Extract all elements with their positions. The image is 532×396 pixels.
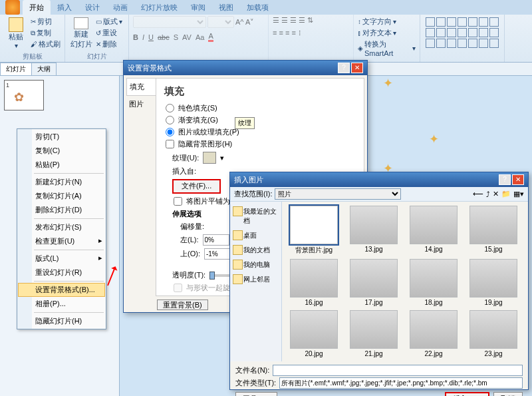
file-item[interactable]: 16.jpg xyxy=(286,259,342,306)
place-item[interactable]: 我的文档 xyxy=(231,243,280,258)
ipd-titlebar[interactable]: 插入图片 ?✕ xyxy=(230,172,528,187)
help-icon[interactable]: ? xyxy=(338,63,350,73)
opt-solid[interactable]: 纯色填充(S) xyxy=(164,103,356,113)
opt-gradient[interactable]: 渐变填充(G) xyxy=(164,115,356,125)
shapes-gallery[interactable] xyxy=(424,16,500,49)
place-item[interactable]: 桌面 xyxy=(231,228,280,243)
ctx-item[interactable]: 复制幻灯片(A) xyxy=(18,189,105,203)
file-item[interactable]: 15.jpg xyxy=(466,206,521,255)
tab-home[interactable]: 开始 xyxy=(23,0,51,15)
group-clipboard-label: 剪贴板 xyxy=(0,52,65,61)
up-icon[interactable]: ⤴ xyxy=(486,190,490,198)
new-slide-label: 新建 幻灯片 xyxy=(70,29,92,49)
insert-button[interactable]: 插入(S) ▾ xyxy=(445,392,489,396)
group-slides-label: 幻灯片 xyxy=(65,52,128,61)
file-item[interactable]: 19.jpg xyxy=(466,259,521,306)
file-button[interactable]: 文件(F)... xyxy=(172,179,221,194)
close-icon[interactable]: ✕ xyxy=(512,174,524,185)
ctx-item[interactable]: 设置背景格式(B)... xyxy=(18,283,105,297)
tab-anim[interactable]: 动画 xyxy=(106,0,134,15)
left-input[interactable] xyxy=(203,234,229,246)
ctx-item[interactable]: 隐藏幻灯片(H) xyxy=(18,314,105,328)
ctx-item[interactable]: 复制(C) xyxy=(18,144,105,158)
panel-heading: 填充 xyxy=(164,85,356,98)
ctx-item[interactable]: 重设幻灯片(R) xyxy=(18,266,105,280)
file-item[interactable]: 21.jpg xyxy=(346,310,402,357)
align-text-button[interactable]: ⫿ 对齐文本▾ xyxy=(358,27,416,39)
top-input[interactable] xyxy=(204,248,231,260)
ribbon-tabs: 开始 插入 设计 动画 幻灯片放映 审阅 视图 加载项 xyxy=(0,0,532,15)
filename-input[interactable] xyxy=(273,365,523,376)
close-icon[interactable]: ✕ xyxy=(351,63,363,73)
ctx-item[interactable]: 剪切(T) xyxy=(18,130,105,144)
lookin-label: 查找范围(I): xyxy=(234,189,272,199)
help-icon[interactable]: ? xyxy=(499,174,511,185)
slide-thumb-1[interactable]: 1 xyxy=(4,80,44,110)
file-item[interactable]: 14.jpg xyxy=(406,206,462,255)
reset-bg-button[interactable]: 重置背景(B) xyxy=(157,299,208,310)
ctx-item[interactable]: 发布幻灯片(S) xyxy=(18,220,105,234)
ribbon-body: 粘贴▾ ✂剪切 ⧉复制 🖌格式刷 剪贴板 新建 幻灯片 ▭ 版式▾ ↺ 重设 ✕… xyxy=(0,15,532,63)
bgf-titlebar[interactable]: 设置背景格式 ?✕ xyxy=(124,61,367,75)
place-item[interactable]: 我的电脑 xyxy=(231,258,280,272)
tab-slideshow[interactable]: 幻灯片放映 xyxy=(134,0,184,15)
new-slide-button[interactable]: 新建 幻灯片 xyxy=(69,17,93,49)
file-item[interactable]: 22.jpg xyxy=(406,310,462,357)
file-item[interactable]: 20.jpg xyxy=(286,310,342,357)
tab-review[interactable]: 审阅 xyxy=(184,0,212,15)
bgf-tab-picture[interactable]: 图片 xyxy=(126,96,156,112)
tab-view[interactable]: 视图 xyxy=(212,0,240,15)
smartart-button[interactable]: ◈ 转换为 SmartArt▾ xyxy=(358,39,416,58)
tab-addins[interactable]: 加载项 xyxy=(240,0,275,15)
file-item[interactable]: 17.jpg xyxy=(346,259,402,306)
reset-button[interactable]: ↺ 重设 xyxy=(96,27,122,39)
ctx-item[interactable]: 粘贴(P) xyxy=(18,158,105,172)
sidetab-outline[interactable]: 大纲 xyxy=(31,63,57,75)
ctx-item[interactable]: 相册(P)... xyxy=(18,297,105,311)
place-item[interactable]: 网上邻居 xyxy=(231,272,280,287)
back-icon[interactable]: ⟵ xyxy=(473,190,483,198)
font-select[interactable] xyxy=(133,16,206,28)
tab-design[interactable]: 设计 xyxy=(78,0,106,15)
file-item[interactable]: 13.jpg xyxy=(346,206,402,255)
file-item[interactable]: 18.jpg xyxy=(406,259,462,306)
top-label: 上(O): xyxy=(180,249,200,259)
tab-insert[interactable]: 插入 xyxy=(51,0,78,15)
bgf-tab-fill[interactable]: 填充 xyxy=(126,78,156,96)
opt-hide-bg[interactable]: 隐藏背景图形(H) xyxy=(164,139,356,149)
transparency-label: 透明度(T): xyxy=(172,270,205,280)
newfolder-icon[interactable]: 📁 xyxy=(501,190,511,198)
filetype-select[interactable] xyxy=(279,377,523,389)
size-select[interactable] xyxy=(207,16,234,28)
delete-icon[interactable]: ✕ xyxy=(493,190,499,198)
ctx-item[interactable]: 删除幻灯片(D) xyxy=(18,203,105,217)
lookin-select[interactable]: 照片 xyxy=(275,188,401,200)
file-item[interactable]: 背景图片.jpg xyxy=(286,206,342,255)
context-menu: 剪切(T)复制(C)粘贴(P)新建幻灯片(N)复制幻灯片(A)删除幻灯片(D)发… xyxy=(17,128,106,329)
text-direction-button[interactable]: ↕ 文字方向▾ xyxy=(358,16,416,27)
cut-button[interactable]: ✂剪切 xyxy=(31,16,61,27)
tools-button[interactable]: 工具(L) ▾ xyxy=(235,392,277,396)
bgf-title: 设置背景格式 xyxy=(128,63,172,73)
paste-button[interactable]: 粘贴▾ xyxy=(4,17,28,49)
layout-button[interactable]: ▭ 版式▾ xyxy=(96,16,122,27)
place-item[interactable]: 我最近的文档 xyxy=(231,204,280,228)
filetype-label: 文件类型(T): xyxy=(235,378,276,388)
view-icon[interactable]: ▦▾ xyxy=(513,190,524,198)
format-painter-button[interactable]: 🖌格式刷 xyxy=(31,39,61,50)
slide-icon xyxy=(74,17,88,29)
ctx-item[interactable]: 检查更新(U)▸ xyxy=(18,234,105,248)
ctx-item[interactable]: 版式(L)▸ xyxy=(18,252,105,266)
sidetab-slides[interactable]: 幻灯片 xyxy=(0,63,32,75)
delete-button[interactable]: ✕ 删除 xyxy=(96,39,122,50)
file-item[interactable]: 23.jpg xyxy=(466,310,521,357)
ipd-title: 插入图片 xyxy=(234,175,263,185)
copy-button[interactable]: ⧉复制 xyxy=(31,27,61,39)
tooltip-texture: 纹理 xyxy=(235,117,255,129)
office-button[interactable] xyxy=(5,0,20,15)
stretch-header: 伸展选项 xyxy=(172,209,201,219)
cancel-button[interactable]: 取消 xyxy=(493,392,523,396)
opt-picture[interactable]: 图片或纹理填充(P) xyxy=(164,127,356,137)
texture-picker[interactable] xyxy=(203,152,216,164)
ctx-item[interactable]: 新建幻灯片(N) xyxy=(18,175,105,189)
